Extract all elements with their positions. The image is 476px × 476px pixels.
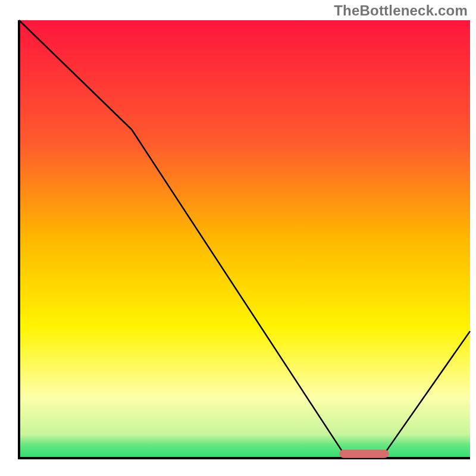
target-marker	[339, 450, 389, 458]
watermark-text: TheBottleneck.com	[334, 2, 468, 19]
bottleneck-chart	[0, 0, 476, 476]
